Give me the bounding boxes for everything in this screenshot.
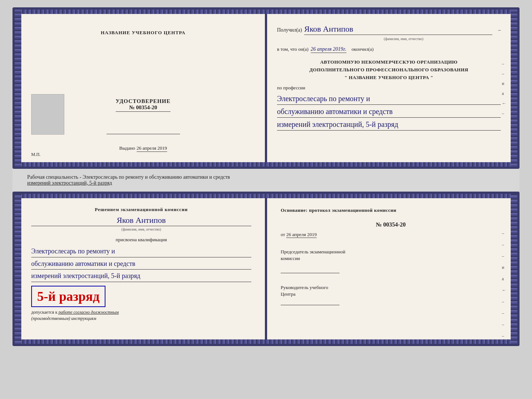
- prof-line3: измерений электростанций, 5-й разряд: [277, 118, 501, 131]
- qual-profession-block: Электрослесарь по ремонту и обслуживанию…: [31, 246, 251, 282]
- qdash3: –: [502, 253, 506, 259]
- qual-prof-line2: обслуживанию автоматики и средств: [31, 258, 251, 270]
- vtom-label: в том, что он(а): [277, 46, 309, 52]
- ot-label: от: [281, 232, 285, 237]
- qlabel-a: а: [502, 276, 506, 282]
- profession-block: Электрослесарь по ремонту и обслуживанию…: [277, 93, 501, 131]
- chairman-line2: комиссии: [281, 255, 501, 262]
- rukovoditel-line2: Центра: [281, 291, 501, 298]
- center-name-left: НАЗВАНИЕ УЧЕБНОГО ЦЕНТРА: [101, 30, 186, 36]
- resheniem-label: Решением экзаменационной комиссии: [31, 207, 251, 213]
- dopuskaetsya-value: работе согласно должностным: [58, 310, 119, 315]
- udostoverenie-block: УДОСТОВЕРЕНИЕ № 00354-20: [116, 98, 171, 112]
- qdash5: –: [502, 310, 506, 316]
- dash3: –: [502, 111, 506, 116]
- chairman-line1: Председатель экзаменационной: [281, 249, 501, 255]
- qlabel-i: и: [502, 265, 506, 270]
- middle-text-line2: измерений электростанций, 5-й разряд: [27, 180, 505, 186]
- label-back: ←: [502, 101, 506, 106]
- org-line3: " НАЗВАНИЕ УЧЕБНОГО ЦЕНТРА ": [277, 74, 501, 82]
- po-professii: по профессии: [277, 85, 501, 91]
- qual-right-page: Основание: протокол экзаменационной коми…: [266, 194, 517, 344]
- label-i: и: [502, 81, 506, 86]
- org-line1: АВТОНОМНУЮ НЕКОММЕРЧЕСКУЮ ОРГАНИЗАЦИЮ: [277, 58, 501, 66]
- diploma-date: 26 апреля 2019г.: [311, 46, 346, 53]
- left-border-strip: [15, 10, 21, 167]
- fio-hint: (фамилия, имя, отчество): [306, 37, 501, 41]
- photo-placeholder: [31, 94, 64, 135]
- label-a: а: [502, 91, 506, 96]
- razryad-big-label: 5-й разряд: [37, 289, 100, 304]
- poluchil-label: Получил(а): [277, 27, 302, 33]
- razryad-badge: 5-й разряд: [31, 286, 105, 307]
- qual-left-strip: [15, 194, 21, 344]
- right-side-labels: – – и а ← –: [502, 61, 506, 116]
- rukovoditel-signature-line: [281, 305, 339, 305]
- dopuskaetsya-label: допускается к: [31, 310, 57, 315]
- qual-right-labels: – – – и а ← – – – –: [502, 231, 506, 339]
- qual-right-strip: [511, 194, 517, 344]
- chairman-label: Председатель экзаменационной комиссии: [281, 249, 501, 262]
- okoncil-label: окончил(а): [352, 46, 374, 52]
- vydano-date: 26 апреля 2019: [137, 145, 167, 152]
- diploma-left-page: НАЗВАНИЕ УЧЕБНОГО ЦЕНТРА УДОСТОВЕРЕНИЕ №…: [15, 10, 266, 167]
- qdash1: –: [502, 231, 506, 236]
- prof-line1: Электрослесарь по ремонту и: [277, 93, 501, 105]
- qualification-book: Решением экзаменационной комиссии Яков А…: [12, 192, 520, 346]
- protocol-number: № 00354-20: [281, 221, 501, 228]
- ot-date-value: 26 апреля 2019: [286, 232, 317, 238]
- vydano-label: Выдано: [119, 145, 135, 151]
- qlabel-back: ←: [502, 288, 506, 293]
- vydano-row: Выдано 26 апреля 2019: [119, 145, 167, 152]
- recipient-name: Яков Антипов: [304, 24, 492, 35]
- org-block: АВТОНОМНУЮ НЕКОММЕРЧЕСКУЮ ОРГАНИЗАЦИЮ ДО…: [277, 58, 501, 81]
- qual-fio-hint: (фамилия, имя, отчество): [31, 227, 251, 231]
- org-line2: ДОПОЛНИТЕЛЬНОГО ПРОФЕССИОНАЛЬНОГО ОБРАЗО…: [277, 66, 501, 74]
- qual-prof-line3: измерений электростанций, 5-й разряд: [31, 270, 251, 282]
- mp-text: М.П.: [31, 152, 40, 157]
- osnovanie-label: Основание: протокол экзаменационной коми…: [281, 207, 501, 214]
- middle-text-block: Рабочая специальность - Электрослесарь п…: [12, 169, 520, 192]
- prisvoena-label: присвоена квалификация: [31, 237, 251, 243]
- qdash6: –: [502, 322, 506, 327]
- diploma-book: НАЗВАНИЕ УЧЕБНОГО ЦЕНТРА УДОСТОВЕРЕНИЕ №…: [12, 7, 520, 169]
- qdash7: –: [502, 333, 506, 339]
- qual-prof-line1: Электрослесарь по ремонту и: [31, 246, 251, 257]
- chairman-signature-line: [281, 273, 339, 273]
- dopuskaetsya-block: допускается к работе согласно должностны…: [31, 309, 251, 322]
- dopuskaetsya-value2: (производственным) инструкциям: [31, 316, 96, 321]
- dash2: –: [502, 71, 506, 76]
- prof-line2: обслуживанию автоматики и средств: [277, 106, 501, 118]
- qdash2: –: [502, 242, 506, 247]
- poluchil-row: Получил(а) Яков Антипов –: [277, 24, 501, 35]
- vtom-row: в том, что он(а) 26 апреля 2019г. окончи…: [277, 46, 501, 53]
- rukovoditel-label: Руководитель учебного Центра: [281, 284, 501, 298]
- qdash4: –: [502, 299, 506, 304]
- rukovoditel-line1: Руководитель учебного: [281, 284, 501, 291]
- right-border-strip: [511, 10, 517, 167]
- middle-text-line1: Рабочая специальность - Электрослесарь п…: [27, 174, 505, 180]
- udostoverenie-number: № 00354-20: [116, 104, 171, 112]
- udostoverenie-title: УДОСТОВЕРЕНИЕ: [116, 98, 171, 104]
- ot-date-block: от 26 апреля 2019: [281, 232, 501, 238]
- qual-left-page: Решением экзаменационной комиссии Яков А…: [15, 194, 266, 344]
- diploma-right-page: Получил(а) Яков Антипов – (фамилия, имя,…: [266, 10, 517, 167]
- dash1: –: [502, 61, 506, 67]
- qual-name: Яков Антипов: [31, 215, 251, 226]
